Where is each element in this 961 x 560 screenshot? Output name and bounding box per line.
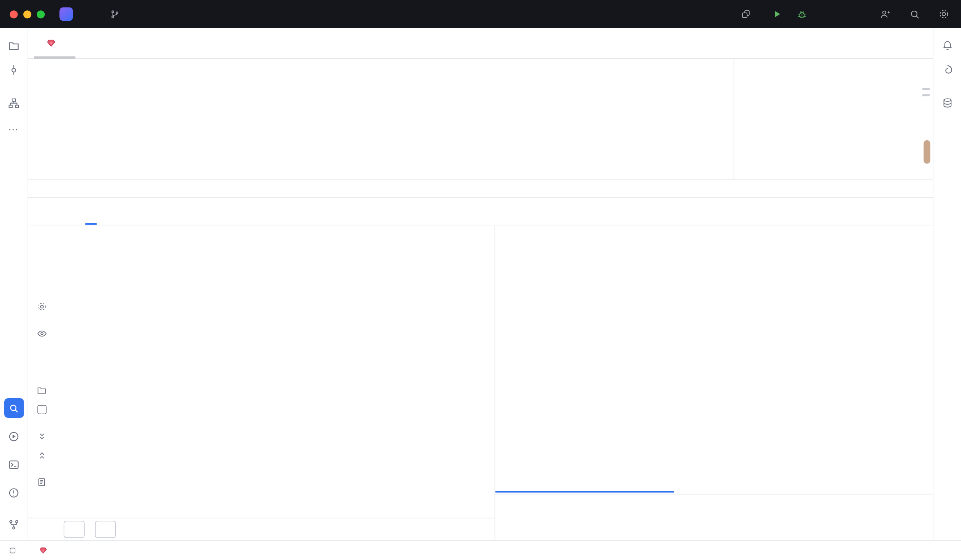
- scrollbar-highlight-marker[interactable]: [924, 140, 930, 164]
- ai-assistant-tool-button[interactable]: [937, 60, 957, 80]
- folder-icon: [8, 40, 20, 51]
- autoscroll-to-source-icon[interactable]: [34, 345, 50, 359]
- horizontal-scrollbar[interactable]: [495, 491, 674, 493]
- debug-button[interactable]: [794, 7, 809, 21]
- database-tool-button[interactable]: [937, 93, 957, 113]
- i-glyph: [37, 404, 47, 414]
- scrollbar-mark: [922, 88, 930, 90]
- project-window-icon: [10, 548, 15, 553]
- minimize-window-button[interactable]: [23, 10, 31, 18]
- commit-tool-button[interactable]: [4, 60, 24, 80]
- cancel-button[interactable]: [64, 521, 84, 538]
- problems-tool-button[interactable]: [4, 483, 24, 502]
- terminal-tool-button[interactable]: [4, 455, 24, 474]
- bug-icon: [796, 9, 807, 19]
- editor-tab-bar: [28, 28, 933, 59]
- vcs-branch-widget[interactable]: [110, 9, 129, 19]
- database-icon: [942, 98, 953, 109]
- tab-refactoring-preview[interactable]: [79, 198, 103, 225]
- do-refactor-button[interactable]: [95, 521, 116, 538]
- expand-all-icon[interactable]: [34, 429, 50, 444]
- project-widget[interactable]: [59, 8, 82, 21]
- search-everywhere-button[interactable]: [907, 7, 922, 21]
- run-circle-icon: [8, 430, 20, 442]
- status-bar: [0, 540, 961, 560]
- folder-icon: [37, 385, 47, 395]
- project-tool-button[interactable]: [4, 36, 24, 55]
- editor-tab-options-button[interactable]: [907, 36, 922, 50]
- document-icon: [37, 477, 47, 487]
- editor-context-line: [28, 179, 933, 197]
- commit-icon: [8, 64, 20, 76]
- git-branch-icon: [110, 9, 120, 19]
- play-icon: [772, 9, 782, 19]
- run-config-icon: [741, 9, 750, 19]
- info-icon[interactable]: [34, 402, 50, 416]
- structure-icon: [8, 97, 20, 109]
- settings-icon[interactable]: [34, 299, 50, 314]
- title-bar: [0, 0, 961, 28]
- preview-editor[interactable]: [495, 225, 933, 494]
- gear-icon: [939, 8, 950, 20]
- more-tool-windows-button[interactable]: …: [4, 117, 24, 137]
- terminal-icon: [8, 459, 20, 470]
- previous-occurrence-icon[interactable]: [34, 253, 50, 268]
- settings-button[interactable]: [936, 7, 951, 21]
- ruby-gem-icon: [47, 39, 56, 48]
- ai-assistant-icon: [942, 64, 953, 75]
- right-tool-stripe: [933, 28, 961, 540]
- find-tool-window-header: [28, 197, 933, 225]
- git-tool-button[interactable]: [4, 515, 24, 534]
- rerun-refactoring-icon[interactable]: [34, 234, 50, 249]
- add-user-icon: [880, 9, 890, 19]
- structure-tool-button[interactable]: [4, 93, 24, 113]
- run-button[interactable]: [770, 7, 784, 21]
- export-report-icon[interactable]: [34, 475, 50, 489]
- tab-name-in-project-files[interactable]: [55, 198, 79, 225]
- git-branch-icon: [8, 518, 20, 530]
- preview-toggle-icon[interactable]: [34, 326, 50, 341]
- code-with-me-button[interactable]: [878, 7, 892, 21]
- collapse-all-icon[interactable]: [34, 448, 50, 462]
- zoom-window-button[interactable]: [37, 10, 45, 18]
- notifications-tool-button[interactable]: [937, 36, 957, 55]
- right-margin-guide: [734, 59, 734, 179]
- gear-icon: [37, 301, 47, 311]
- preview-bottom-tabs: [495, 494, 933, 518]
- more-actions-button[interactable]: [819, 7, 834, 21]
- find-toolbar: [28, 225, 55, 518]
- bell-icon: [942, 40, 953, 51]
- run-configuration-widget[interactable]: [741, 9, 760, 19]
- close-window-button[interactable]: [10, 10, 18, 18]
- ruby-gem-icon: [39, 546, 47, 554]
- find-tool-button[interactable]: [4, 398, 24, 418]
- services-tool-button[interactable]: [4, 427, 24, 446]
- select-in-project-icon[interactable]: [34, 383, 50, 398]
- scrollbar-mark: [922, 94, 930, 96]
- refactoring-preview-tree[interactable]: [55, 225, 495, 518]
- ide-window: …: [0, 0, 961, 560]
- window-controls: [10, 10, 45, 18]
- eye-icon: [37, 328, 47, 339]
- search-icon: [909, 9, 919, 19]
- refactoring-buttons-bar: [28, 518, 495, 540]
- more-horizontal-icon: …: [8, 122, 20, 133]
- editor-tab-library-rb[interactable]: [38, 28, 71, 58]
- project-badge: [59, 8, 73, 21]
- next-occurrence-icon[interactable]: [34, 272, 50, 287]
- search-icon: [8, 403, 19, 413]
- collapse-chevrons-icon: [37, 451, 47, 460]
- preview-spacer: [495, 518, 933, 540]
- problems-icon: [8, 487, 20, 499]
- code-editor[interactable]: [28, 59, 933, 179]
- autoscroll-from-source-icon[interactable]: [34, 364, 50, 379]
- expand-chevrons-icon: [37, 432, 47, 441]
- left-tool-stripe: …: [0, 28, 28, 540]
